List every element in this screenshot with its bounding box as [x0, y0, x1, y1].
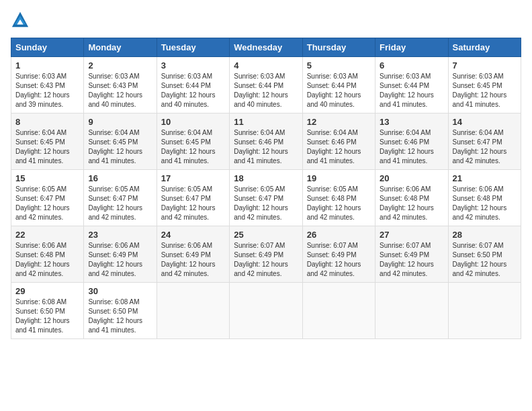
day-number: 3	[161, 60, 225, 71]
weekday-header-row: SundayMondayTuesdayWednesdayThursdayFrid…	[11, 38, 521, 57]
day-number: 7	[453, 60, 517, 71]
calendar-week-row: 15 Sunrise: 6:05 AMSunset: 6:47 PMDaylig…	[11, 170, 521, 226]
calendar-cell: 16 Sunrise: 6:05 AMSunset: 6:47 PMDaylig…	[84, 170, 157, 226]
calendar-cell: 6 Sunrise: 6:03 AMSunset: 6:44 PMDayligh…	[375, 57, 448, 113]
calendar-cell	[302, 283, 375, 339]
day-info: Sunrise: 6:06 AMSunset: 6:48 PMDaylight:…	[453, 185, 507, 221]
day-info: Sunrise: 6:03 AMSunset: 6:43 PMDaylight:…	[15, 73, 70, 108]
day-number: 8	[15, 117, 79, 127]
day-number: 20	[380, 173, 443, 183]
day-number: 14	[453, 117, 517, 127]
day-number: 5	[307, 60, 371, 71]
day-number: 24	[161, 230, 225, 240]
calendar-week-row: 8 Sunrise: 6:04 AMSunset: 6:45 PMDayligh…	[11, 113, 521, 170]
calendar-cell: 28 Sunrise: 6:07 AMSunset: 6:50 PMDaylig…	[448, 226, 521, 283]
day-info: Sunrise: 6:06 AMSunset: 6:49 PMDaylight:…	[88, 242, 142, 277]
calendar-cell	[448, 283, 521, 339]
calendar-cell	[230, 283, 302, 339]
day-info: Sunrise: 6:07 AMSunset: 6:49 PMDaylight:…	[380, 242, 434, 277]
day-number: 11	[234, 117, 298, 127]
day-number: 4	[234, 60, 298, 71]
day-info: Sunrise: 6:03 AMSunset: 6:44 PMDaylight:…	[380, 73, 434, 108]
calendar-cell: 27 Sunrise: 6:07 AMSunset: 6:49 PMDaylig…	[375, 226, 448, 283]
calendar-cell: 4 Sunrise: 6:03 AMSunset: 6:44 PMDayligh…	[230, 57, 302, 113]
day-info: Sunrise: 6:03 AMSunset: 6:43 PMDaylight:…	[88, 73, 142, 108]
calendar-cell: 26 Sunrise: 6:07 AMSunset: 6:49 PMDaylig…	[302, 226, 375, 283]
weekday-header-sunday: Sunday	[11, 38, 84, 57]
day-info: Sunrise: 6:04 AMSunset: 6:45 PMDaylight:…	[15, 129, 70, 165]
calendar-cell: 13 Sunrise: 6:04 AMSunset: 6:46 PMDaylig…	[375, 113, 448, 170]
calendar-cell: 19 Sunrise: 6:05 AMSunset: 6:48 PMDaylig…	[302, 170, 375, 226]
day-number: 28	[453, 230, 517, 240]
calendar-cell: 17 Sunrise: 6:05 AMSunset: 6:47 PMDaylig…	[157, 170, 229, 226]
day-number: 10	[161, 117, 225, 127]
day-info: Sunrise: 6:05 AMSunset: 6:47 PMDaylight:…	[15, 185, 70, 221]
day-number: 25	[234, 230, 298, 240]
calendar-cell: 7 Sunrise: 6:03 AMSunset: 6:45 PMDayligh…	[448, 57, 521, 113]
day-info: Sunrise: 6:04 AMSunset: 6:45 PMDaylight:…	[88, 129, 142, 165]
calendar-cell: 18 Sunrise: 6:05 AMSunset: 6:47 PMDaylig…	[230, 170, 302, 226]
day-number: 27	[380, 230, 443, 240]
day-info: Sunrise: 6:04 AMSunset: 6:46 PMDaylight:…	[234, 129, 288, 165]
day-number: 21	[453, 173, 517, 183]
calendar-cell: 10 Sunrise: 6:04 AMSunset: 6:45 PMDaylig…	[157, 113, 229, 170]
day-info: Sunrise: 6:05 AMSunset: 6:47 PMDaylight:…	[234, 185, 288, 221]
day-number: 9	[88, 117, 152, 127]
calendar-cell: 1 Sunrise: 6:03 AMSunset: 6:43 PMDayligh…	[11, 57, 84, 113]
calendar-cell: 12 Sunrise: 6:04 AMSunset: 6:46 PMDaylig…	[302, 113, 375, 170]
weekday-header-monday: Monday	[84, 38, 157, 57]
calendar-cell: 3 Sunrise: 6:03 AMSunset: 6:44 PMDayligh…	[157, 57, 229, 113]
day-info: Sunrise: 6:08 AMSunset: 6:50 PMDaylight:…	[88, 298, 142, 334]
day-info: Sunrise: 6:03 AMSunset: 6:44 PMDaylight:…	[307, 73, 361, 108]
calendar-cell: 2 Sunrise: 6:03 AMSunset: 6:43 PMDayligh…	[84, 57, 157, 113]
calendar-cell: 22 Sunrise: 6:06 AMSunset: 6:48 PMDaylig…	[11, 226, 84, 283]
weekday-header-friday: Friday	[375, 38, 448, 57]
day-number: 6	[380, 60, 443, 71]
logo	[11, 11, 31, 30]
day-info: Sunrise: 6:04 AMSunset: 6:45 PMDaylight:…	[161, 129, 216, 165]
calendar-cell: 21 Sunrise: 6:06 AMSunset: 6:48 PMDaylig…	[448, 170, 521, 226]
day-info: Sunrise: 6:06 AMSunset: 6:48 PMDaylight:…	[15, 242, 70, 277]
day-number: 1	[15, 60, 79, 71]
day-number: 18	[234, 173, 298, 183]
day-info: Sunrise: 6:06 AMSunset: 6:49 PMDaylight:…	[161, 242, 216, 277]
page-header	[11, 11, 521, 30]
calendar-week-row: 1 Sunrise: 6:03 AMSunset: 6:43 PMDayligh…	[11, 57, 521, 113]
day-info: Sunrise: 6:03 AMSunset: 6:44 PMDaylight:…	[234, 73, 288, 108]
day-info: Sunrise: 6:03 AMSunset: 6:44 PMDaylight:…	[161, 73, 216, 108]
day-info: Sunrise: 6:05 AMSunset: 6:48 PMDaylight:…	[307, 185, 361, 221]
calendar-cell: 24 Sunrise: 6:06 AMSunset: 6:49 PMDaylig…	[157, 226, 229, 283]
weekday-header-saturday: Saturday	[448, 38, 521, 57]
day-info: Sunrise: 6:04 AMSunset: 6:47 PMDaylight:…	[453, 129, 507, 165]
calendar-cell	[157, 283, 229, 339]
calendar-cell	[375, 283, 448, 339]
calendar-cell: 9 Sunrise: 6:04 AMSunset: 6:45 PMDayligh…	[84, 113, 157, 170]
weekday-header-thursday: Thursday	[302, 38, 375, 57]
calendar-table: SundayMondayTuesdayWednesdayThursdayFrid…	[11, 38, 521, 339]
day-number: 23	[88, 230, 152, 240]
calendar-cell: 30 Sunrise: 6:08 AMSunset: 6:50 PMDaylig…	[84, 283, 157, 339]
calendar-cell: 5 Sunrise: 6:03 AMSunset: 6:44 PMDayligh…	[302, 57, 375, 113]
calendar-cell: 14 Sunrise: 6:04 AMSunset: 6:47 PMDaylig…	[448, 113, 521, 170]
calendar-week-row: 22 Sunrise: 6:06 AMSunset: 6:48 PMDaylig…	[11, 226, 521, 283]
day-info: Sunrise: 6:03 AMSunset: 6:45 PMDaylight:…	[453, 73, 507, 108]
calendar-cell: 25 Sunrise: 6:07 AMSunset: 6:49 PMDaylig…	[230, 226, 302, 283]
calendar-cell: 11 Sunrise: 6:04 AMSunset: 6:46 PMDaylig…	[230, 113, 302, 170]
day-number: 30	[88, 286, 152, 296]
day-number: 22	[15, 230, 79, 240]
weekday-header-wednesday: Wednesday	[230, 38, 302, 57]
calendar-cell: 15 Sunrise: 6:05 AMSunset: 6:47 PMDaylig…	[11, 170, 84, 226]
day-info: Sunrise: 6:08 AMSunset: 6:50 PMDaylight:…	[15, 298, 70, 334]
day-info: Sunrise: 6:07 AMSunset: 6:49 PMDaylight:…	[307, 242, 361, 277]
weekday-header-tuesday: Tuesday	[157, 38, 229, 57]
calendar-cell: 20 Sunrise: 6:06 AMSunset: 6:48 PMDaylig…	[375, 170, 448, 226]
calendar-cell: 29 Sunrise: 6:08 AMSunset: 6:50 PMDaylig…	[11, 283, 84, 339]
day-number: 13	[380, 117, 443, 127]
day-number: 15	[15, 173, 79, 183]
calendar-week-row: 29 Sunrise: 6:08 AMSunset: 6:50 PMDaylig…	[11, 283, 521, 339]
day-number: 2	[88, 60, 152, 71]
day-number: 26	[307, 230, 371, 240]
day-info: Sunrise: 6:04 AMSunset: 6:46 PMDaylight:…	[307, 129, 361, 165]
calendar-cell: 23 Sunrise: 6:06 AMSunset: 6:49 PMDaylig…	[84, 226, 157, 283]
day-number: 17	[161, 173, 225, 183]
